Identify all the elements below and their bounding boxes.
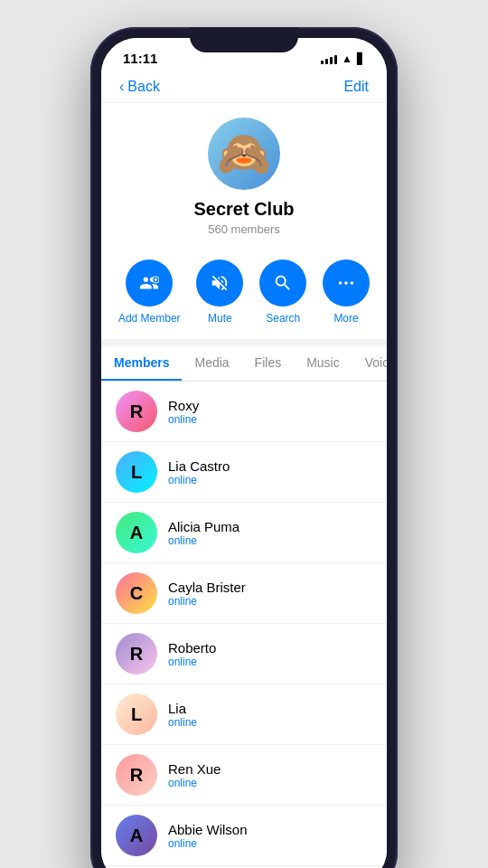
- add-member-label: Add Member: [118, 312, 181, 325]
- tab-members[interactable]: Members: [101, 346, 182, 381]
- member-status: online: [168, 656, 216, 668]
- member-name: Roberto: [168, 640, 216, 656]
- search-button[interactable]: Search: [259, 259, 306, 325]
- more-button[interactable]: More: [323, 259, 370, 325]
- search-label: Search: [266, 312, 300, 325]
- add-member-button[interactable]: Add Member: [118, 259, 181, 325]
- chevron-left-icon: ‹: [119, 79, 124, 95]
- mute-button[interactable]: Mute: [196, 259, 243, 325]
- add-member-icon: [139, 273, 159, 293]
- member-name: Ren Xue: [168, 761, 221, 777]
- list-item[interactable]: R Roberto online: [101, 624, 387, 684]
- list-item[interactable]: L Lia Castro online: [101, 442, 387, 503]
- member-name: Lia Castro: [168, 458, 230, 474]
- tab-music[interactable]: Music: [294, 346, 352, 381]
- member-avatar: C: [116, 572, 157, 614]
- member-avatar: L: [116, 693, 157, 735]
- page-wrapper: 11:11 ▲ ▋ ‹ Back Edi: [0, 0, 488, 868]
- nav-bar: ‹ Back Edit: [101, 71, 387, 103]
- member-status: online: [168, 534, 239, 547]
- group-avatar: 🙈: [208, 118, 280, 190]
- phone-inner: 11:11 ▲ ▋ ‹ Back Edi: [101, 38, 387, 868]
- member-status: online: [168, 777, 221, 789]
- member-name: Alicia Puma: [168, 519, 239, 534]
- group-avatar-emoji: 🙈: [217, 128, 271, 179]
- member-name: Abbie Wilson: [168, 822, 248, 837]
- action-buttons: Add Member Mute: [101, 247, 387, 339]
- list-item[interactable]: L Lia online: [101, 684, 387, 745]
- status-icons: ▲ ▋: [321, 52, 365, 65]
- search-icon: [273, 273, 293, 293]
- member-name: Cayla Brister: [168, 580, 246, 595]
- status-time: 11:11: [123, 51, 157, 66]
- svg-point-4: [344, 281, 348, 285]
- group-header: 🙈 Secret Club 560 members: [101, 103, 387, 247]
- member-status: online: [168, 413, 199, 426]
- notch: [190, 27, 298, 52]
- member-status: online: [168, 837, 248, 850]
- member-name: Roxy: [168, 398, 199, 413]
- wifi-icon: ▲: [342, 52, 352, 65]
- list-item[interactable]: R Roxy online: [101, 382, 387, 442]
- list-item[interactable]: R Ren Xue online: [101, 745, 387, 806]
- edit-button[interactable]: Edit: [343, 79, 369, 95]
- member-avatar: L: [116, 451, 157, 493]
- signal-icon: [321, 53, 337, 64]
- svg-point-5: [351, 281, 354, 285]
- members-list: R Roxy online L Lia Castro online A Alic…: [101, 382, 387, 866]
- mute-label: Mute: [208, 312, 232, 325]
- list-item[interactable]: C Cayla Brister online: [101, 563, 387, 624]
- tab-voice[interactable]: Voice: [352, 346, 387, 381]
- group-name: Secret Club: [193, 199, 294, 220]
- mute-icon: [210, 273, 230, 293]
- more-label: More: [333, 312, 358, 325]
- member-avatar: R: [116, 754, 157, 796]
- list-item[interactable]: A Alicia Puma online: [101, 503, 387, 563]
- list-item[interactable]: A Abbie Wilson online: [101, 806, 387, 866]
- battery-icon: ▋: [357, 52, 365, 65]
- member-status: online: [168, 474, 230, 486]
- section-divider: [101, 339, 387, 346]
- back-button[interactable]: ‹ Back: [119, 79, 160, 95]
- member-status: online: [168, 595, 246, 608]
- group-members-count: 560 members: [208, 222, 279, 236]
- phone-frame: 11:11 ▲ ▋ ‹ Back Edi: [90, 27, 398, 868]
- svg-point-3: [339, 281, 343, 285]
- member-name: Lia: [168, 701, 197, 716]
- member-avatar: R: [116, 633, 157, 675]
- tab-media[interactable]: Media: [182, 346, 241, 381]
- member-avatar: A: [116, 512, 157, 553]
- member-status: online: [168, 716, 197, 729]
- more-icon: [336, 273, 356, 293]
- back-label: Back: [127, 79, 160, 95]
- member-avatar: R: [116, 391, 157, 432]
- tab-files[interactable]: Files: [242, 346, 295, 381]
- member-avatar: A: [116, 815, 157, 856]
- tabs-container: Members Media Files Music Voice Lin…: [101, 346, 387, 382]
